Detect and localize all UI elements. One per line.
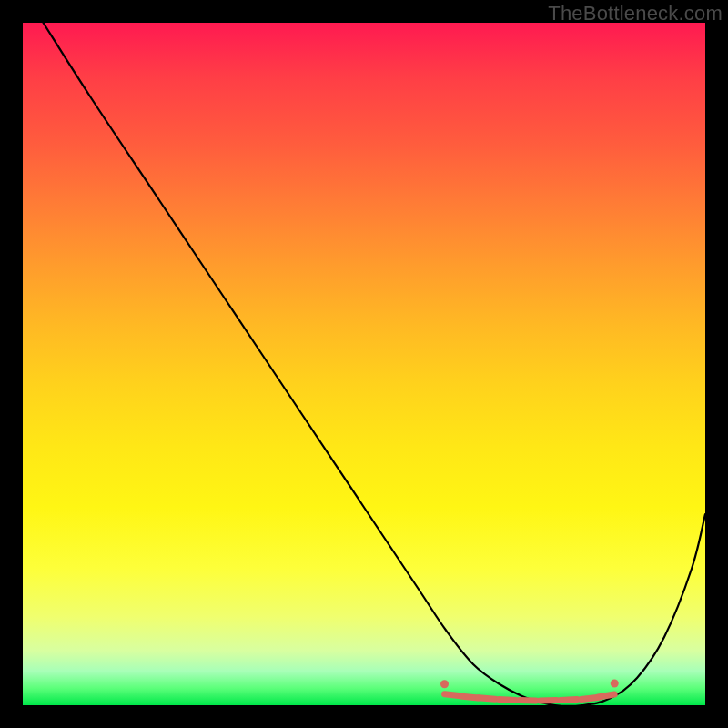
optimal-markers-group xyxy=(440,680,619,701)
optimal-marker-dash xyxy=(581,698,598,700)
chart-frame: TheBottleneck.com xyxy=(0,0,728,728)
plot-area xyxy=(23,23,705,705)
optimal-marker-dot xyxy=(440,680,449,688)
optimal-marker-dash xyxy=(479,698,495,699)
main-curve xyxy=(44,23,706,705)
optimal-marker-dash xyxy=(461,696,478,698)
optimal-marker-dash xyxy=(445,694,461,696)
optimal-marker-dash xyxy=(500,700,516,701)
curve-layer xyxy=(23,23,705,705)
optimal-marker-dot xyxy=(611,680,619,688)
bottleneck-curve-path xyxy=(44,23,706,705)
optimal-marker-dash xyxy=(598,694,614,697)
optimal-marker-dash xyxy=(561,700,577,701)
